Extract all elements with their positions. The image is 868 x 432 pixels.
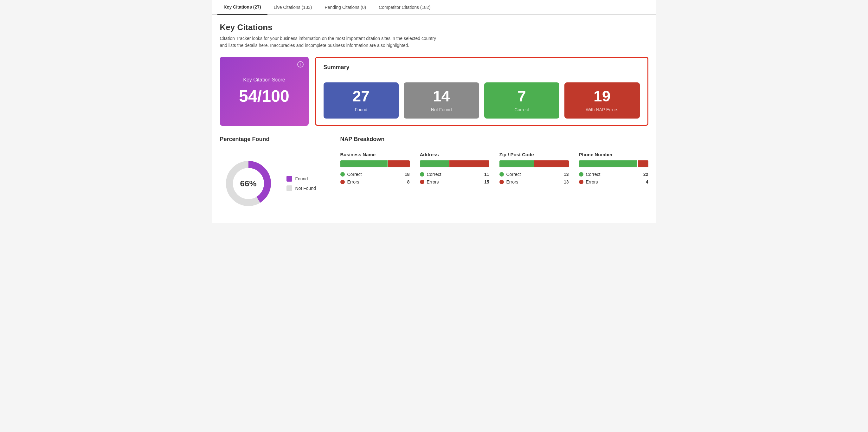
tabs-bar: Key Citations (27) Live Citations (133) … xyxy=(212,0,656,15)
nap-phone-errors-dot xyxy=(579,180,583,184)
nap-zip-bar xyxy=(499,160,569,167)
tab-key-citations[interactable]: Key Citations (27) xyxy=(217,0,268,15)
top-section: i Key Citation Score 54/100 Summary 27 F… xyxy=(220,57,648,126)
tab-competitor-citations[interactable]: Competitor Citations (182) xyxy=(372,0,437,14)
nap-business-name-errors-count: 8 xyxy=(407,179,410,184)
stat-correct: 7 Correct xyxy=(484,83,560,119)
nap-business-name-correct-label: Correct xyxy=(347,172,402,177)
page-title: Key Citations xyxy=(220,23,648,32)
donut-container: 66% Found Not Found xyxy=(220,152,328,215)
nap-business-name-correct-count: 18 xyxy=(405,172,410,177)
stat-not-found: 14 Not Found xyxy=(404,83,479,119)
info-icon[interactable]: i xyxy=(297,61,304,67)
nap-address-errors-dot xyxy=(420,180,424,184)
nap-phone-bar-green xyxy=(579,160,637,167)
nap-address-errors-count: 15 xyxy=(484,179,489,184)
nap-phone-errors-count: 4 xyxy=(646,179,648,184)
score-card-value: 54/100 xyxy=(239,87,289,105)
nap-zip-errors-dot xyxy=(499,180,504,184)
legend-found-dot xyxy=(286,176,292,182)
stat-found-label: Found xyxy=(354,107,367,112)
percentage-title: Percentage Found xyxy=(220,136,328,143)
nap-phone-bar-red xyxy=(638,160,648,167)
nap-phone-correct-dot xyxy=(579,172,583,177)
percentage-section: Percentage Found 66% Found xyxy=(220,136,328,215)
nap-columns: Business Name Correct 18 Errors xyxy=(340,152,648,187)
nap-address-correct: Correct 11 xyxy=(420,172,489,177)
stat-found-number: 27 xyxy=(353,89,370,104)
tab-live-citations[interactable]: Live Citations (133) xyxy=(268,0,318,14)
donut-legend: Found Not Found xyxy=(286,176,316,191)
nap-divider xyxy=(340,144,648,144)
legend-not-found-dot xyxy=(286,185,292,191)
nap-zip-errors: Errors 13 xyxy=(499,179,569,184)
nap-business-name-bar-red xyxy=(388,160,409,167)
nap-zip-bar-green xyxy=(499,160,534,167)
nap-phone-correct: Correct 22 xyxy=(579,172,648,177)
nap-business-name-title: Business Name xyxy=(340,152,410,157)
nap-address-bar-red xyxy=(450,160,489,167)
nap-zip-title: Zip / Post Code xyxy=(499,152,569,157)
nap-business-name-errors-dot xyxy=(340,180,345,184)
stat-not-found-number: 14 xyxy=(433,89,450,104)
nap-address-correct-count: 11 xyxy=(484,172,489,177)
page-description: Citation Tracker looks for your business… xyxy=(220,35,442,49)
nap-zip-correct-count: 13 xyxy=(564,172,569,177)
stat-found: 27 Found xyxy=(323,83,399,119)
stat-nap-errors-label: With NAP Errors xyxy=(586,107,618,112)
score-card-label: Key Citation Score xyxy=(243,77,285,83)
bottom-section: Percentage Found 66% Found xyxy=(220,136,648,215)
nap-phone-errors-label: Errors xyxy=(586,179,643,184)
summary-stats: 27 Found 14 Not Found 7 Correct 19 With … xyxy=(323,83,640,119)
legend-not-found-label: Not Found xyxy=(296,186,316,191)
nap-zip-bar-red xyxy=(534,160,569,167)
nap-zip-errors-count: 13 xyxy=(564,179,569,184)
nap-address-bar xyxy=(420,160,489,167)
stat-nap-errors: 19 With NAP Errors xyxy=(564,83,640,119)
stat-nap-errors-number: 19 xyxy=(594,89,610,104)
nap-zip-correct-dot xyxy=(499,172,504,177)
donut-chart: 66% xyxy=(223,158,274,209)
nap-business-name-errors: Errors 8 xyxy=(340,179,410,184)
nap-address-errors: Errors 15 xyxy=(420,179,489,184)
stat-not-found-label: Not Found xyxy=(431,107,452,112)
nap-phone-bar xyxy=(579,160,648,167)
nap-address-errors-label: Errors xyxy=(427,179,482,184)
main-content: Key Citations Citation Tracker looks for… xyxy=(212,15,656,223)
summary-divider xyxy=(323,76,640,76)
nap-zip-errors-label: Errors xyxy=(506,179,561,184)
summary-box: Summary 27 Found 14 Not Found 7 Correct xyxy=(315,57,648,126)
nap-address-title: Address xyxy=(420,152,489,157)
nap-col-phone: Phone Number Correct 22 Errors xyxy=(579,152,648,187)
nap-business-name-correct-dot xyxy=(340,172,345,177)
donut-percentage: 66% xyxy=(240,179,256,188)
nap-phone-correct-label: Correct xyxy=(586,172,641,177)
nap-phone-correct-count: 22 xyxy=(643,172,648,177)
nap-col-address: Address Correct 11 Errors xyxy=(420,152,489,187)
nap-business-name-bar-green xyxy=(340,160,388,167)
page-wrapper: Key Citations (27) Live Citations (133) … xyxy=(212,0,656,223)
nap-phone-title: Phone Number xyxy=(579,152,648,157)
nap-address-correct-label: Correct xyxy=(427,172,482,177)
nap-business-name-errors-label: Errors xyxy=(347,179,405,184)
nap-business-name-correct: Correct 18 xyxy=(340,172,410,177)
nap-col-business-name: Business Name Correct 18 Errors xyxy=(340,152,410,187)
tab-pending-citations[interactable]: Pending Citations (0) xyxy=(318,0,372,14)
nap-address-bar-green xyxy=(420,160,449,167)
nap-title: NAP Breakdown xyxy=(340,136,648,143)
nap-address-correct-dot xyxy=(420,172,424,177)
nap-zip-correct-label: Correct xyxy=(506,172,561,177)
percentage-divider xyxy=(220,144,328,144)
stat-correct-number: 7 xyxy=(518,89,526,104)
nap-col-zip: Zip / Post Code Correct 13 Errors xyxy=(499,152,569,187)
nap-phone-errors: Errors 4 xyxy=(579,179,648,184)
nap-zip-correct: Correct 13 xyxy=(499,172,569,177)
score-card: i Key Citation Score 54/100 xyxy=(220,57,309,126)
stat-correct-label: Correct xyxy=(514,107,529,112)
legend-not-found: Not Found xyxy=(286,185,316,191)
summary-title: Summary xyxy=(323,64,640,71)
legend-found-label: Found xyxy=(296,176,308,181)
nap-section: NAP Breakdown Business Name Correct xyxy=(340,136,648,215)
nap-business-name-bar xyxy=(340,160,410,167)
legend-found: Found xyxy=(286,176,316,182)
